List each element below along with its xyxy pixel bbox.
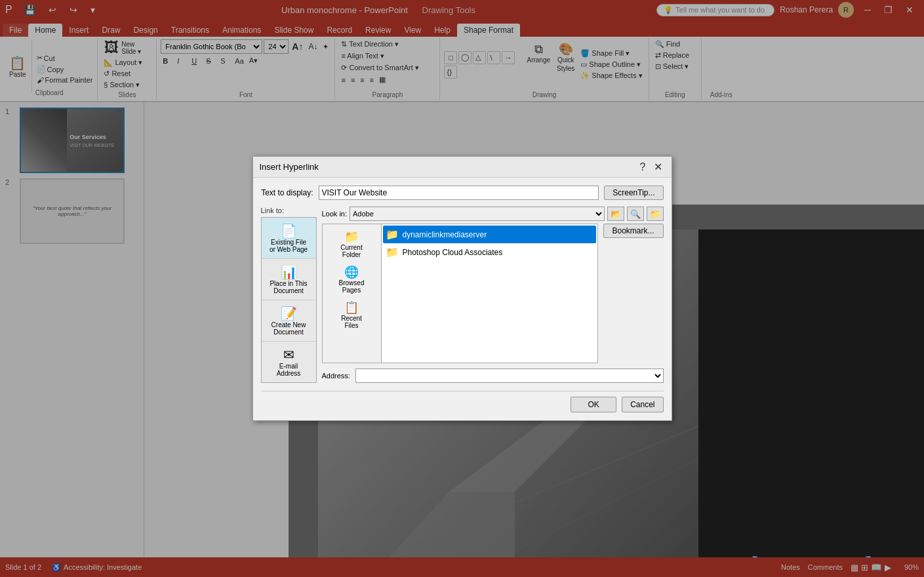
dialog-close-btn[interactable]: ✕	[651, 161, 665, 173]
place-icon: 📊	[281, 264, 297, 280]
dialog-header-btns: ? ✕	[637, 161, 665, 173]
browsed-pages-icon: 🌐	[344, 265, 359, 279]
file-sidebar: 📁 Current Folder 🌐 Browsed Pages 📋	[322, 224, 381, 363]
text-to-display-label: Text to display:	[261, 188, 313, 197]
browse-folder-btn[interactable]: 📁	[647, 207, 664, 221]
link-create-item[interactable]: 📝 Create New Document	[262, 300, 316, 342]
browse-web-btn[interactable]: 🔍	[627, 207, 644, 221]
browse-up-btn[interactable]: 📂	[607, 207, 624, 221]
file-browser-area: Look in: Adobe 📂 🔍 📁 📁	[322, 207, 664, 383]
file-list-container: 📁 Current Folder 🌐 Browsed Pages 📋	[322, 224, 664, 363]
address-select[interactable]	[355, 368, 664, 383]
current-folder-icon: 📁	[344, 229, 359, 244]
look-in-select[interactable]: Adobe	[350, 207, 604, 221]
link-to-list: 📄 Existing File or Web Page 📊 Place in T…	[261, 217, 317, 383]
bookmark-panel: Bookmark...	[598, 224, 664, 363]
file-item-1[interactable]: 📁 dynamiclinkmediaserver	[383, 226, 596, 243]
dialog-title-bar: Insert Hyperlink ? ✕	[253, 157, 672, 178]
folder-icon-2: 📁	[386, 246, 399, 258]
folder-icon-1: 📁	[386, 228, 399, 241]
insert-hyperlink-dialog: Insert Hyperlink ? ✕ Text to display: Sc…	[252, 156, 672, 421]
file-name-1: dynamiclinkmediaserver	[403, 230, 487, 239]
link-email-item[interactable]: ✉ E-mail Address	[262, 342, 316, 382]
cancel-button[interactable]: Cancel	[622, 397, 663, 412]
existing-icon: 📄	[281, 223, 297, 239]
link-to-panel: Link to: 📄 Existing File or Web Page 📊 P…	[261, 207, 317, 383]
file-item-2[interactable]: 📁 Photoshop Cloud Associates	[383, 243, 596, 261]
ok-button[interactable]: OK	[571, 397, 616, 412]
look-in-label: Look in:	[322, 210, 348, 218]
bookmark-button[interactable]: Bookmark...	[603, 224, 664, 238]
dialog-help-btn[interactable]: ?	[637, 161, 649, 173]
create-icon: 📝	[281, 306, 297, 321]
address-row: Address:	[322, 368, 664, 383]
file-list: 📁 dynamiclinkmediaserver 📁 Photoshop Clo…	[381, 224, 598, 363]
link-to-label: Link to:	[261, 207, 317, 214]
address-label: Address:	[322, 372, 350, 380]
dialog-main-content: Link to: 📄 Existing File or Web Page 📊 P…	[261, 207, 664, 383]
look-in-row: Look in: Adobe 📂 🔍 📁	[322, 207, 664, 221]
email-icon: ✉	[283, 347, 294, 363]
text-to-display-input[interactable]	[319, 186, 599, 200]
file-name-2: Photoshop Cloud Associates	[403, 248, 503, 257]
recent-files-icon: 📋	[344, 300, 359, 315]
dialog-title: Insert Hyperlink	[260, 162, 319, 172]
link-existing-item[interactable]: 📄 Existing File or Web Page	[262, 218, 316, 259]
dialog-overlay: Insert Hyperlink ? ✕ Text to display: Sc…	[0, 0, 924, 577]
current-folder-btn[interactable]: 📁 Current Folder	[325, 227, 378, 261]
link-place-item[interactable]: 📊 Place in This Document	[262, 259, 316, 300]
recent-files-btn[interactable]: 📋 Recent Files	[325, 298, 378, 332]
dialog-body: Text to display: ScreenTip... Link to: 📄…	[253, 178, 672, 420]
browsed-pages-btn[interactable]: 🌐 Browsed Pages	[325, 262, 378, 296]
text-to-display-row: Text to display: ScreenTip...	[261, 186, 664, 200]
screentip-button[interactable]: ScreenTip...	[604, 186, 663, 200]
dialog-footer: OK Cancel	[261, 391, 664, 412]
